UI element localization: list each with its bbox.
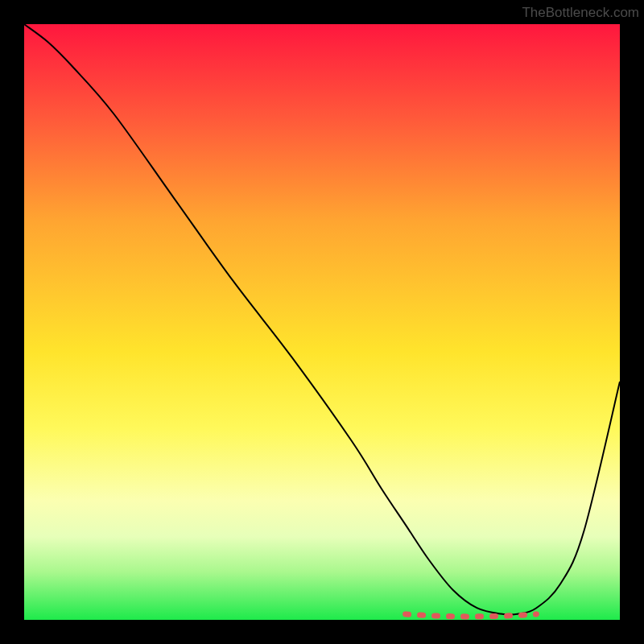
bottleneck-chart: TheBottleneck.com <box>0 0 644 644</box>
gradient-plot <box>24 24 620 620</box>
attribution-text: TheBottleneck.com <box>522 5 639 21</box>
curve-layer <box>24 24 620 620</box>
bottleneck-curve <box>24 24 620 615</box>
